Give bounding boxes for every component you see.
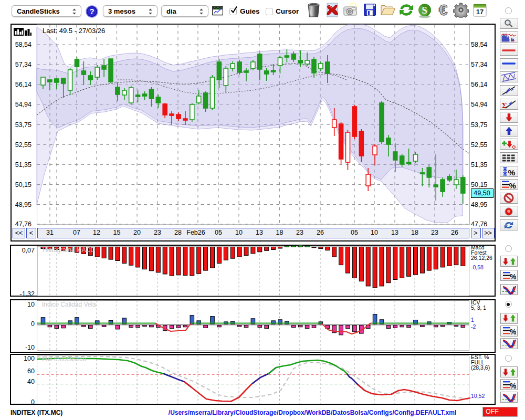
svg-text:S: S xyxy=(422,5,427,16)
svg-text:%: % xyxy=(510,272,516,280)
svg-text:?: ? xyxy=(89,7,94,16)
svg-text:Histograma MACD: Histograma MACD xyxy=(43,246,95,254)
svg-text:Full Estocastico: Full Estocastico xyxy=(42,355,86,363)
svg-text:%: % xyxy=(509,181,516,190)
svg-text:%: % xyxy=(508,167,516,176)
svg-text:%: % xyxy=(510,328,516,336)
svg-text:17: 17 xyxy=(476,8,484,16)
svg-text:€: € xyxy=(439,2,448,18)
svg-text:Indice Calidad Vela: Indice Calidad Vela xyxy=(42,301,96,308)
svg-text:%: % xyxy=(510,381,516,390)
